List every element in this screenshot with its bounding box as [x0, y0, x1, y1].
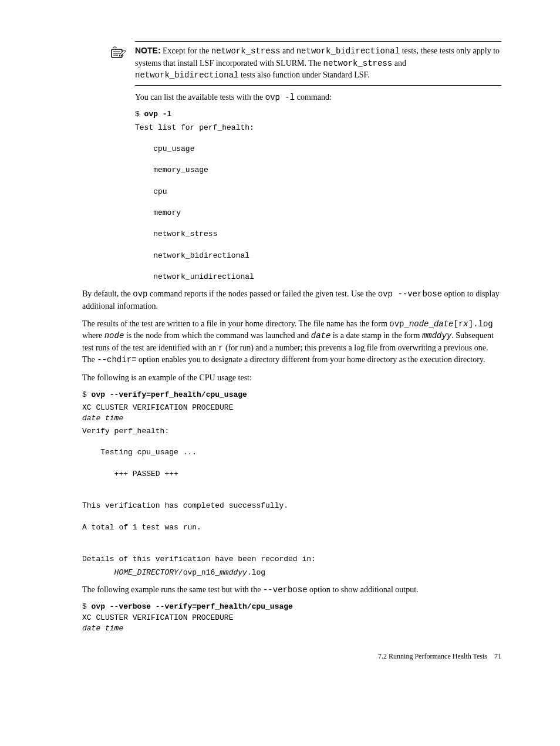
footer-section: 7.2 Running Performance Health Tests: [378, 652, 487, 660]
output-verify-body: Verify perf_health: Testing cpu_usage ..…: [82, 426, 501, 565]
note-icon: [109, 46, 127, 60]
para-default-behavior: By default, the ovp command reports if t…: [82, 288, 501, 312]
page-footer: 7.2 Running Performance Health Tests 71: [82, 652, 501, 661]
note-text: Except for the network_stress and networ…: [135, 46, 500, 79]
command-ovp-l: $ ovp -l: [135, 109, 501, 120]
para-results-file: The results of the test are written to a…: [82, 318, 501, 366]
para-verbose-example: The following example runs the same test…: [82, 584, 501, 596]
command-verbose-verify: $ ovp --verbose --verify=perf_health/cpu…: [82, 602, 501, 634]
note-label: NOTE:: [135, 46, 161, 55]
note-box: NOTE: Except for the network_stress and …: [135, 41, 501, 86]
footer-page-number: 71: [494, 652, 501, 660]
output-verify-header: XC CLUSTER VERIFICATION PROCEDURE date t…: [82, 403, 501, 424]
para-cpu-example: The following is an example of the CPU u…: [82, 372, 501, 384]
command-verify-cpu: $ ovp --verify=perf_health/cpu_usage: [82, 390, 501, 400]
intro-list-tests: You can list the available tests with th…: [135, 92, 501, 104]
output-verify-path: HOME_DIRECTORY/ovp_n16_mmddyy.log: [82, 568, 501, 578]
test-list-output: Test list for perf_health: cpu_usage mem…: [135, 123, 501, 283]
